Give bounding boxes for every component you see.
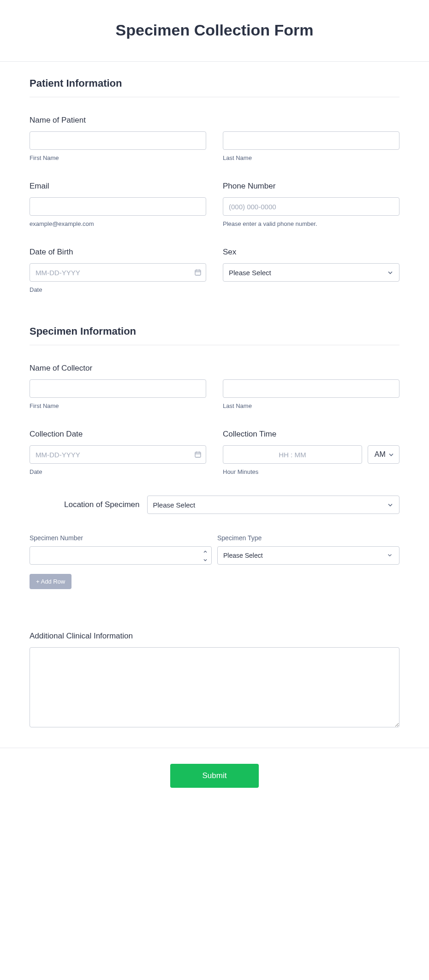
specimen-type-value: Please Select [223,552,263,559]
specimen-section-title: Specimen Information [30,325,399,345]
patient-first-name-input[interactable] [30,131,206,150]
ampm-value: AM [375,450,386,459]
last-name-sublabel: Last Name [223,154,399,161]
collection-date-label: Collection Date [30,430,206,439]
location-select[interactable]: Please Select [147,496,400,514]
specimen-type-header: Specimen Type [217,534,399,542]
additional-info-group: Additional Clinical Information [30,632,399,729]
form-title: Specimen Collection Form [9,21,420,39]
specimen-number-input-wrap [30,546,212,565]
patient-name-label: Name of Patient [30,116,399,125]
dob-input[interactable] [30,263,206,282]
chevron-down-icon [387,502,393,508]
collection-time-sublabel: Hour Minutes [223,468,399,475]
dob-sublabel: Date [30,286,206,293]
patient-section: Patient Information Name of Patient Firs… [30,77,399,293]
email-sublabel: example@example.com [30,220,206,227]
ampm-select[interactable]: AM [368,445,399,464]
collector-name-group: Name of Collector First Name Last Name [30,364,399,409]
phone-sublabel: Please enter a valid phone number. [223,220,399,227]
specimen-section: Specimen Information Name of Collector F… [30,325,399,729]
collector-last-name-input[interactable] [223,379,399,398]
dob-label: Date of Birth [30,248,206,257]
collector-last-name-sublabel: Last Name [223,402,399,409]
stepper-up-icon[interactable] [203,547,208,555]
specimen-table: Specimen Number S [30,534,399,589]
submit-button[interactable]: Submit [170,764,259,788]
collection-date-input[interactable] [30,445,206,464]
email-label: Email [30,182,206,191]
sex-select-value: Please Select [229,269,271,277]
collector-name-label: Name of Collector [30,364,399,373]
collection-date-sublabel: Date [30,468,206,475]
specimen-type-select[interactable]: Please Select [217,546,399,565]
email-input[interactable] [30,197,206,216]
patient-last-name-input[interactable] [223,131,399,150]
specimen-number-input[interactable] [30,547,203,564]
location-label: Location of Specimen [30,500,140,509]
chevron-down-icon [387,552,393,559]
location-select-value: Please Select [153,501,196,509]
collector-first-name-sublabel: First Name [30,402,206,409]
collection-time-input[interactable] [223,445,362,464]
stepper-down-icon[interactable] [203,555,208,564]
additional-info-textarea[interactable] [30,647,399,727]
patient-section-title: Patient Information [30,77,399,97]
sex-select[interactable]: Please Select [223,263,399,282]
form-header: Specimen Collection Form [0,0,429,62]
collector-first-name-input[interactable] [30,379,206,398]
patient-name-group: Name of Patient First Name Last Name [30,116,399,161]
form-footer: Submit [0,748,429,808]
additional-info-label: Additional Clinical Information [30,632,399,641]
add-row-button[interactable]: + Add Row [30,574,72,589]
first-name-sublabel: First Name [30,154,206,161]
collection-time-label: Collection Time [223,430,399,439]
specimen-number-header: Specimen Number [30,534,212,542]
location-row: Location of Specimen Please Select [30,496,399,514]
chevron-down-icon [388,451,394,458]
phone-label: Phone Number [223,182,399,191]
phone-input[interactable] [223,197,399,216]
chevron-down-icon [387,269,393,276]
sex-label: Sex [223,248,399,257]
